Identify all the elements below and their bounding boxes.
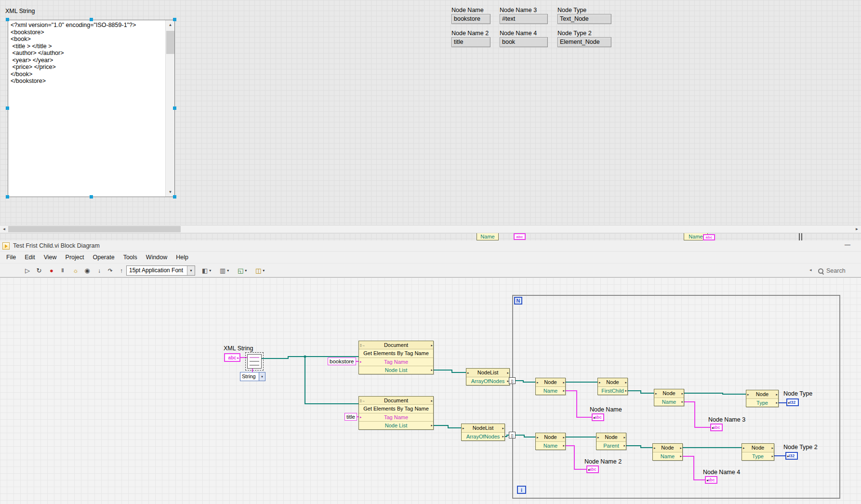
property-node-nodelist-1[interactable]: ▸ NodeList ▸ ArrayOfNodes ▸ [466, 368, 510, 385]
chevron-down-icon[interactable]: ▾ [259, 372, 265, 381]
node-type-2-indicator[interactable]: Element_Node [557, 37, 611, 47]
property-array-of-nodes[interactable]: ArrayOfNodes ▸ [466, 377, 509, 385]
property-row[interactable]: Parent ▸ [596, 441, 626, 450]
xml-string-text[interactable]: <?xml version="1.0" encoding="ISO-8859-1… [11, 22, 164, 195]
reorder-objects-dropdown[interactable]: ◫ ▾ [254, 265, 266, 276]
node-type-indicator[interactable]: Text_Node [557, 14, 611, 24]
run-button[interactable]: ▷ [22, 265, 33, 276]
font-selector[interactable]: 15pt Application Font ▾ [126, 265, 195, 276]
property-node-type-2[interactable]: ▸ Node ▸ Type ▸ [742, 443, 774, 461]
property-node-parent[interactable]: ▸ Node ▸ Parent ▸ [596, 433, 626, 450]
node-name-3-indicator-terminal[interactable]: ▸ abc [710, 424, 723, 431]
menu-window[interactable]: Window [142, 252, 172, 262]
pause-button[interactable]: Ⅱ [57, 265, 68, 276]
property-array-of-nodes[interactable]: ArrayOfNodes ▸ [462, 432, 504, 441]
scroll-left-icon[interactable]: ◄ [0, 225, 8, 233]
loop-index-tunnel[interactable]: [] [509, 377, 516, 384]
invoke-return-node-list[interactable]: Node List ▸ [359, 366, 433, 374]
menu-view[interactable]: View [40, 252, 61, 262]
invoke-node-document-1[interactable]: ▯→ Document ▸ Get Elements By Tag Name ▸… [358, 341, 434, 374]
property-row[interactable]: Name ▸ [653, 452, 682, 461]
selection-handle[interactable] [6, 106, 9, 110]
selection-handle[interactable] [173, 106, 176, 110]
bookstore-constant[interactable]: bookstore [328, 358, 356, 365]
xml-parser-subvi-icon[interactable] [247, 354, 262, 369]
node-name-indicator-terminal[interactable]: ▸ abc [592, 413, 604, 421]
invoke-node-document-2[interactable]: ▯→ Document ▸ Get Elements By Tag Name ▸… [358, 396, 434, 430]
node-name-2-indicator[interactable]: title [451, 37, 490, 47]
front-panel[interactable]: XML String <?xml version="1.0" encoding=… [0, 0, 861, 240]
node-name-4-indicator-terminal[interactable]: ▸ abc [705, 476, 717, 484]
node-type-2-indicator-terminal[interactable]: ▸ I32 [785, 452, 798, 460]
node-name-2-indicator-terminal[interactable]: ▸ abc [586, 465, 599, 473]
step-over-button[interactable]: ↷ [105, 265, 116, 276]
loop-index-tunnel[interactable]: [] [509, 432, 516, 438]
step-out-button[interactable]: ↑ [116, 265, 127, 276]
selection-handle[interactable] [6, 195, 9, 199]
invoke-param-tag-name[interactable]: ▸ Tag Name [359, 358, 433, 366]
align-objects-dropdown[interactable]: ◧ ▾ [200, 265, 212, 276]
in-arrow-icon: ▸ [707, 478, 709, 482]
window-titlebar[interactable]: Test Frist Child.vi Block Diagram — [0, 240, 861, 252]
minimize-icon[interactable]: — [845, 241, 850, 248]
menu-file[interactable]: File [2, 252, 20, 262]
selection-handle[interactable] [6, 18, 9, 21]
panel-horizontal-scrollbar[interactable]: ◄ ► [0, 225, 861, 233]
reference-in-icon: ▸ [655, 392, 657, 395]
property-node-name-3[interactable]: ▸ Node ▸ Name ▸ [654, 389, 684, 406]
property-row[interactable]: Type ▸ [742, 452, 774, 461]
selection-handle[interactable] [173, 18, 176, 21]
invoke-method-label[interactable]: Get Elements By Tag Name [359, 349, 433, 357]
loop-count-terminal[interactable]: N [514, 297, 522, 305]
property-row[interactable]: FirstChild ▸ [598, 386, 627, 395]
loop-iteration-terminal[interactable]: i [517, 486, 526, 494]
menu-edit[interactable]: Edit [20, 252, 40, 262]
scrollbar-thumb[interactable] [8, 226, 181, 232]
property-row[interactable]: Name ▸ [536, 441, 565, 450]
invoke-return-node-list[interactable]: Node List ▸ [359, 421, 433, 429]
string-type-combo[interactable]: String ▾ [240, 372, 265, 381]
property-node-nodelist-2[interactable]: ▸ NodeList ▸ ArrayOfNodes ▸ [461, 424, 505, 441]
property-row[interactable]: Type ▸ [746, 398, 778, 407]
invoke-param-tag-name[interactable]: ▸ Tag Name [359, 413, 433, 421]
menu-operate[interactable]: Operate [88, 252, 119, 262]
distribute-objects-dropdown[interactable]: ▥ ▾ [218, 265, 230, 276]
node-name-indicator[interactable]: bookstore [451, 14, 490, 24]
selection-handle[interactable] [90, 195, 93, 199]
node-type-indicator-terminal[interactable]: ▸ I32 [786, 398, 799, 406]
node-name-4-indicator[interactable]: book [500, 37, 548, 47]
property-node-name-1[interactable]: ▸ Node ▸ Name ▸ [535, 378, 566, 395]
abort-button[interactable]: ● [46, 265, 57, 276]
property-node-firstchild[interactable]: ▸ Node ▸ FirstChild ▸ [597, 378, 628, 395]
menu-help[interactable]: Help [172, 252, 193, 262]
xml-string-control[interactable]: <?xml version="1.0" encoding="ISO-8859-1… [8, 20, 175, 197]
selection-handle[interactable] [173, 195, 176, 199]
run-continuously-button[interactable]: ↻ [34, 265, 44, 276]
menu-project[interactable]: Project [61, 252, 89, 262]
toolbar-splitter-icon[interactable]: ◂ [809, 267, 812, 272]
property-node-name-4[interactable]: ▸ Node ▸ Name ▸ [652, 443, 683, 461]
property-row[interactable]: Name ▸ [654, 398, 684, 406]
scrollbar-thumb[interactable] [166, 31, 174, 54]
string-control-terminal[interactable]: abc ▸ [224, 353, 240, 362]
chevron-down-icon[interactable]: ▾ [187, 266, 195, 275]
step-into-button[interactable]: ↓ [94, 265, 105, 276]
scroll-up-icon[interactable]: ▲ [166, 20, 175, 29]
node-type-2-label: Node Type 2 [783, 444, 818, 451]
selection-handle[interactable] [90, 18, 93, 21]
title-constant[interactable]: title [344, 413, 357, 421]
resize-objects-dropdown[interactable]: ◱ ▾ [236, 265, 248, 276]
menu-tools[interactable]: Tools [119, 252, 142, 262]
in-arrow-icon: ▸ [360, 360, 362, 363]
property-node-type-1[interactable]: ▸ Node ▸ Type ▸ [746, 390, 779, 407]
scroll-right-icon[interactable]: ► [853, 225, 861, 233]
search-box[interactable]: Search [818, 266, 846, 276]
retain-wire-values-button[interactable]: ◉ [82, 265, 93, 276]
property-row[interactable]: Name ▸ [536, 386, 565, 395]
highlight-execution-button[interactable]: ☼ [70, 265, 81, 276]
node-name-3-indicator[interactable]: #text [500, 14, 548, 24]
property-node-name-2[interactable]: ▸ Node ▸ Name ▸ [535, 433, 566, 450]
property-node-title: NodeList [473, 425, 493, 431]
search-icon [818, 268, 824, 274]
invoke-method-label[interactable]: Get Elements By Tag Name [359, 404, 433, 412]
